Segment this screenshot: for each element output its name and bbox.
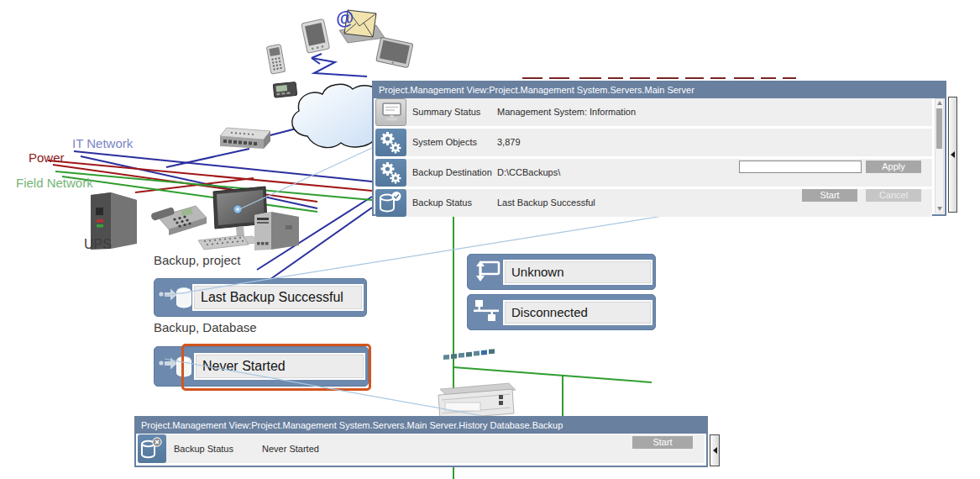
- server-state-field: Unknown: [503, 260, 652, 285]
- main-server-popup: Project.Management View:Project.Manageme…: [372, 81, 946, 216]
- network-state-tile[interactable]: Disconnected: [467, 294, 656, 330]
- scroll-up-icon[interactable]: [935, 99, 943, 107]
- keyboard-icon: [198, 235, 249, 250]
- switch-icon: [220, 128, 270, 149]
- apply-button[interactable]: Apply: [866, 161, 921, 173]
- cancel-button[interactable]: Cancel: [866, 189, 921, 202]
- row-value: Never Started: [262, 434, 319, 463]
- scada-mimic-page: @: [0, 0, 980, 479]
- vertical-scrollbar[interactable]: [935, 98, 944, 213]
- row-label: Backup Destination: [412, 159, 492, 187]
- network-topology-icon: [471, 298, 503, 325]
- backup-arrow-database-icon: [157, 352, 192, 381]
- backup-database-status-field: Never Started: [194, 353, 365, 380]
- collapse-left-icon: [713, 447, 717, 454]
- backup-project-label: Backup, project: [154, 253, 240, 267]
- backup-project-status-tile[interactable]: Last Backup Successful: [154, 278, 367, 317]
- history-backup-popup: Project.Management View:Project.Manageme…: [134, 416, 708, 467]
- gears-icon: [375, 159, 406, 187]
- history-popup-title: Project.Management View:Project.Manageme…: [136, 418, 706, 434]
- server-state-tile[interactable]: Unknown: [467, 254, 656, 290]
- row-label: Backup Status: [174, 434, 233, 463]
- row-value: Management System: Information: [497, 98, 636, 126]
- database-check-icon: [375, 189, 406, 217]
- ups-label: UPS: [84, 237, 112, 252]
- backup-destination-row: Backup Destination D:\CCBackups\ Apply: [375, 159, 932, 187]
- network-diagram: @: [0, 0, 980, 479]
- history-popup-collapse-handle[interactable]: [710, 434, 720, 466]
- main-popup-title: Project.Management View:Project.Manageme…: [374, 82, 945, 98]
- monitor-updown-arrow-icon: [471, 258, 503, 285]
- summary-status-row: Summary Status Management System: Inform…: [375, 98, 932, 126]
- din-controller-icon: [438, 349, 516, 419]
- backup-project-status-field: Last Backup Successful: [192, 284, 364, 311]
- system-objects-row: System Objects 3,879: [375, 129, 932, 156]
- zigzag-arrow-icon: [312, 54, 367, 76]
- email-icon: @: [334, 7, 385, 43]
- it-network-label: IT Network: [72, 136, 133, 150]
- scrollbar-thumb[interactable]: [936, 108, 942, 149]
- row-value: Last Backup Successful: [497, 189, 595, 217]
- network-state-field: Disconnected: [503, 300, 652, 325]
- start-button[interactable]: Start: [632, 436, 693, 449]
- tower-pc-icon: [254, 212, 299, 250]
- backup-destination-input[interactable]: [739, 161, 862, 173]
- main-popup-collapse-handle[interactable]: [948, 97, 957, 213]
- monitor-icon: [375, 98, 406, 126]
- field-network-label: Field Network: [16, 176, 93, 190]
- tablet-icon: [376, 37, 413, 67]
- row-value: D:\CCBackups\: [497, 159, 560, 187]
- svg-text:@: @: [334, 7, 355, 30]
- power-label: Power: [29, 150, 65, 165]
- gears-icon: [375, 129, 406, 156]
- backup-database-status-tile[interactable]: Never Started: [154, 346, 369, 387]
- row-label: Backup Status: [412, 189, 472, 217]
- scroll-down-icon[interactable]: [935, 205, 943, 213]
- history-backup-status-row: Backup Status Never Started Start: [138, 434, 705, 463]
- pda-icon: [301, 18, 330, 53]
- phone-icon: [150, 206, 207, 235]
- row-label: System Objects: [412, 129, 477, 156]
- row-value: 3,879: [497, 129, 521, 156]
- backup-database-label: Backup, Database: [154, 320, 257, 334]
- cellphone-icon: [266, 45, 285, 74]
- backup-arrow-database-icon: [157, 283, 192, 312]
- database-x-icon: [138, 434, 166, 463]
- start-button[interactable]: Start: [802, 189, 857, 202]
- row-label: Summary Status: [412, 98, 480, 126]
- collapse-left-icon: [951, 151, 955, 158]
- backup-status-row: Backup Status Last Backup Successful Sta…: [375, 189, 932, 217]
- pager-icon: [273, 82, 297, 97]
